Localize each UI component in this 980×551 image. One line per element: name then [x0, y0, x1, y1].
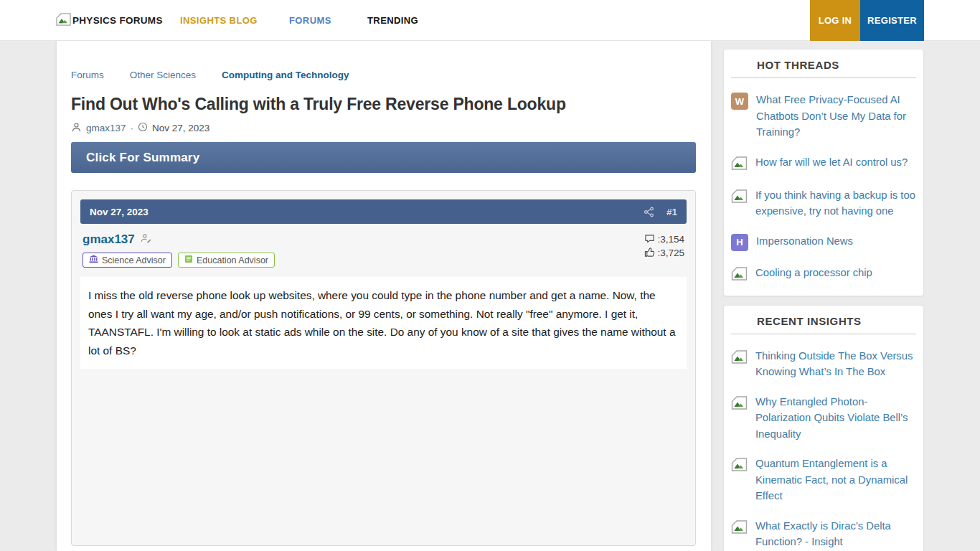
speech-bubble-icon: [644, 233, 655, 246]
breadcrumb-computing-technology[interactable]: Computing and Technology: [222, 70, 349, 80]
broken-image-icon: [731, 349, 748, 367]
person-icon: [71, 122, 82, 135]
thread-date: Nov 27, 2023: [152, 123, 209, 133]
post-number-link[interactable]: #1: [666, 207, 677, 217]
book-icon: [184, 255, 193, 265]
likes-stat: :3,725: [644, 246, 684, 260]
thread-author-link[interactable]: gmax137: [86, 123, 126, 133]
hot-thread-item[interactable]: H Impersonation News: [731, 233, 916, 251]
thread-main-panel: Forums Other Sciences Computing and Tech…: [57, 41, 711, 551]
insight-link[interactable]: What Exactly is Dirac’s Delta Function? …: [755, 518, 916, 550]
post-user-stats: :3,154 :3,725: [644, 232, 684, 268]
site-logo-label: PHYSICS FORUMS: [72, 15, 163, 26]
thumbs-up-icon: [644, 247, 655, 260]
hot-threads-title: HOT THREADS: [731, 60, 916, 71]
insight-item[interactable]: Quantum Entanglement is a Kinematic Fact…: [731, 456, 916, 504]
insight-link[interactable]: Why Entangled Photon-Polarization Qubits…: [755, 394, 916, 443]
broken-image-icon: [731, 457, 748, 475]
meta-separator: ·: [131, 123, 134, 133]
hot-thread-link[interactable]: How far will we let AI control us?: [755, 154, 908, 171]
recent-insights-card: RECENT INSIGHTS Thinking Outside The Box…: [723, 305, 924, 551]
insight-item[interactable]: What Exactly is Dirac’s Delta Function? …: [731, 518, 916, 550]
insight-item[interactable]: Why Entangled Photon-Polarization Qubits…: [731, 394, 916, 443]
messages-stat: :3,154: [644, 232, 684, 246]
broken-image-icon: [731, 189, 748, 207]
insight-link[interactable]: Quantum Entanglement is a Kinematic Fact…: [755, 456, 916, 504]
hot-thread-link[interactable]: What Free Privacy-Focused AI Chatbots Do…: [756, 92, 916, 141]
post-user-row: gmax137: [80, 224, 687, 277]
bank-icon: [89, 255, 98, 265]
register-button[interactable]: REGISTER: [860, 0, 924, 41]
recent-insights-title: RECENT INSIGHTS: [731, 316, 916, 327]
summary-label: Click For Summary: [86, 151, 199, 165]
broken-image-icon: [731, 519, 748, 537]
insight-item[interactable]: Thinking Outside The Box Versus Knowing …: [731, 348, 916, 380]
messages-count: :3,154: [657, 234, 684, 245]
broken-image-icon: [731, 266, 748, 284]
broken-image-icon: [731, 395, 748, 413]
person-edit-icon: [140, 233, 152, 247]
post-username-link[interactable]: gmax137: [83, 232, 135, 247]
user-badges: Science Advisor Education Advisor: [83, 253, 275, 268]
badge-science-label: Science Advisor: [102, 255, 166, 265]
hot-thread-item[interactable]: How far will we let AI control us?: [731, 154, 916, 174]
divider: [731, 334, 916, 334]
nav-trending[interactable]: TRENDING: [367, 0, 418, 41]
hot-thread-link[interactable]: Impersonation News: [756, 233, 853, 250]
badge-education-advisor: Education Advisor: [178, 253, 275, 268]
avatar[interactable]: W: [731, 93, 748, 110]
breadcrumb: Forums Other Sciences Computing and Tech…: [71, 41, 696, 80]
divider: [731, 77, 916, 78]
broken-image-icon: [56, 12, 71, 29]
post-header-bar: Nov 27, 2023 #1: [80, 199, 687, 224]
hot-thread-item[interactable]: W What Free Privacy-Focused AI Chatbots …: [731, 92, 916, 141]
hot-thread-link[interactable]: If you think having a backup is too expe…: [755, 187, 916, 220]
insight-link[interactable]: Thinking Outside The Box Versus Knowing …: [755, 348, 916, 380]
breadcrumb-forums[interactable]: Forums: [71, 70, 104, 80]
top-navigation-bar: PHYSICS FORUMS INSIGHTS BLOG FORUMS TREN…: [0, 0, 980, 41]
hot-thread-link[interactable]: Cooling a processor chip: [755, 265, 872, 281]
click-for-summary-toggle[interactable]: Click For Summary: [71, 142, 696, 173]
post-1: Nov 27, 2023 #1 gmax137: [71, 190, 696, 546]
nav-forums[interactable]: FORUMS: [289, 0, 331, 41]
likes-count: :3,725: [657, 248, 684, 258]
badge-science-advisor: Science Advisor: [83, 253, 172, 268]
hot-thread-item[interactable]: Cooling a processor chip: [731, 265, 916, 284]
broken-image-icon: [731, 156, 748, 174]
nav-insights-blog[interactable]: INSIGHTS BLOG: [180, 0, 258, 41]
thread-meta: gmax137 · Nov 27, 2023: [71, 122, 696, 134]
post-user-info: gmax137: [83, 232, 275, 268]
badge-education-label: Education Advisor: [197, 255, 268, 265]
clock-icon: [138, 122, 148, 134]
sidebar: HOT THREADS W What Free Privacy-Focused …: [723, 49, 924, 551]
site-logo[interactable]: PHYSICS FORUMS: [56, 0, 163, 41]
breadcrumb-other-sciences[interactable]: Other Sciences: [130, 70, 196, 80]
login-button[interactable]: LOG IN: [810, 0, 860, 41]
hot-threads-card: HOT THREADS W What Free Privacy-Focused …: [723, 49, 924, 296]
avatar[interactable]: H: [731, 234, 748, 251]
share-icon[interactable]: [644, 207, 654, 217]
post-date: Nov 27, 2023: [90, 207, 149, 217]
hot-thread-item[interactable]: If you think having a backup is too expe…: [731, 187, 916, 220]
post-message: I miss the old reverse phone look up web…: [80, 277, 687, 369]
page-title: Find Out Who's Calling with a Truly Free…: [71, 94, 696, 114]
